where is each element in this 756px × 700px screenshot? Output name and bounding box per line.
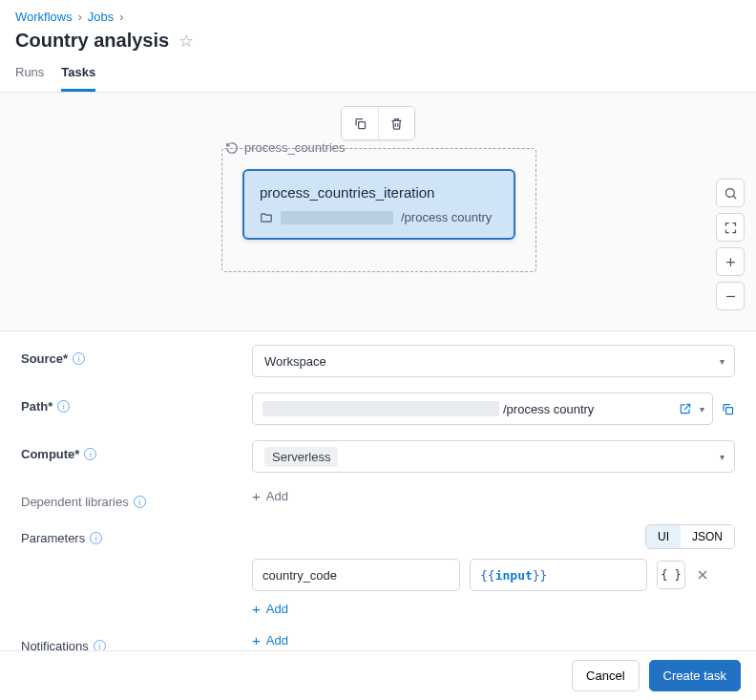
breadcrumb: Workflows › Jobs › (15, 10, 741, 24)
source-select[interactable]: Workspace ▾ (252, 345, 735, 377)
info-icon[interactable]: i (134, 496, 146, 508)
footer: Cancel Create task (0, 650, 756, 700)
task-node[interactable]: process_countries_iteration /process cou… (242, 169, 515, 240)
svg-rect-0 (358, 121, 365, 128)
add-parameter-button[interactable]: +Add (252, 601, 288, 617)
copy-button[interactable] (342, 107, 378, 139)
cancel-button[interactable]: Cancel (572, 660, 639, 691)
chevron-down-icon[interactable]: ▾ (700, 404, 704, 414)
external-link-icon[interactable] (679, 402, 692, 415)
chevron-down-icon: ▾ (720, 356, 724, 367)
task-form: Source*i Workspace ▾ Path*i /process cou… (0, 331, 756, 667)
parameters-mode-toggle: UI JSON (645, 524, 735, 549)
breadcrumb-jobs[interactable]: Jobs (88, 10, 114, 24)
source-label: Source*i (21, 345, 252, 366)
toggle-ui[interactable]: UI (646, 525, 681, 548)
toggle-json[interactable]: JSON (681, 525, 734, 548)
param-braces-button[interactable]: { } (657, 561, 685, 589)
svg-point-1 (725, 188, 734, 197)
info-icon[interactable]: i (84, 448, 96, 460)
svg-rect-2 (726, 407, 733, 414)
param-value-input[interactable]: {{input}} (470, 559, 647, 591)
page-title: Country analysis (15, 30, 169, 52)
node-title: process_countries_iteration (260, 184, 498, 201)
redacted-path (281, 211, 393, 224)
delete-button[interactable] (378, 107, 414, 139)
parameters-label: Parametersi (21, 524, 252, 545)
dependent-libraries-label: Dependent librariesi (21, 488, 252, 509)
canvas-controls (716, 179, 745, 310)
add-notification-button[interactable]: +Add (252, 632, 288, 648)
task-canvas[interactable]: process_countries process_countries_iter… (0, 93, 756, 331)
path-label: Path*i (21, 392, 252, 414)
breadcrumb-workflows[interactable]: Workflows (15, 10, 73, 24)
chevron-right-icon: › (119, 11, 123, 24)
remove-param-icon[interactable] (695, 567, 710, 583)
path-input[interactable]: /process country ▾ (252, 392, 713, 425)
folder-icon (260, 211, 273, 224)
tab-runs[interactable]: Runs (15, 65, 44, 92)
info-icon[interactable]: i (90, 532, 102, 544)
star-icon[interactable]: ☆ (178, 31, 194, 52)
compute-label: Compute*i (21, 440, 252, 461)
param-key-input[interactable]: country_code (252, 559, 460, 591)
node-toolbar (341, 106, 415, 140)
chevron-right-icon: › (78, 11, 82, 24)
create-task-button[interactable]: Create task (649, 660, 741, 691)
fullscreen-button[interactable] (716, 213, 745, 242)
compute-select[interactable]: Serverless ▾ (252, 440, 735, 473)
node-path: /process country (260, 210, 498, 224)
copy-path-icon[interactable] (721, 402, 735, 416)
tabs: Runs Tasks (0, 52, 756, 93)
info-icon[interactable]: i (57, 400, 70, 413)
chevron-down-icon: ▾ (720, 452, 724, 462)
tab-tasks[interactable]: Tasks (61, 65, 95, 92)
search-button[interactable] (716, 179, 745, 207)
info-icon[interactable]: i (73, 352, 85, 365)
add-library-button[interactable]: +Add (252, 488, 288, 504)
zoom-out-button[interactable] (716, 282, 745, 310)
redacted-path (262, 401, 499, 416)
zoom-in-button[interactable] (716, 247, 745, 276)
